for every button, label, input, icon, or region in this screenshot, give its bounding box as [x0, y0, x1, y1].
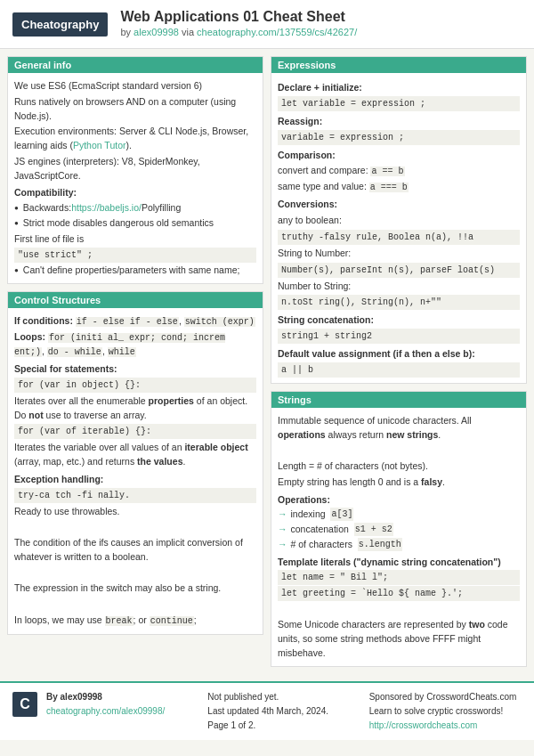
author-link[interactable]: alex09998 — [134, 27, 179, 37]
template-let-name: let name = " Bil l"; — [278, 570, 520, 585]
string-to-num-code: Number(s), parseInt n(s), parseF loat(s) — [278, 263, 520, 278]
footer-author-name: By alex09998 — [46, 692, 102, 702]
num-to-string-code: n.toSt ring(), String(n), n+"" — [278, 295, 520, 310]
template-literals-label: Template literals ("dynamic string conca… — [278, 556, 520, 570]
page-header: Cheatography Web Applications 01 Cheat S… — [0, 0, 534, 49]
general-line2: Runs natively on browsers AND on a compu… — [14, 95, 256, 124]
switch-desc: The expression in the switch may also be… — [14, 581, 256, 596]
footer-col-meta: Not published yet. Last updated 4th Marc… — [207, 690, 360, 733]
section-general-info: General info We use ES6 (EcmaScript stan… — [7, 56, 263, 284]
sheet-title: Web Applications 01 Cheat Sheet — [120, 9, 357, 25]
op-concat: concatenation s1 + s2 — [278, 523, 520, 537]
compare-convert: convert and compare: a == b — [278, 164, 520, 178]
section-expressions-header: Expressions — [271, 57, 526, 73]
main-content: General info We use ES6 (EcmaScript stan… — [0, 49, 534, 681]
sheet-subtitle: by alex09998 via cheatography.com/137559… — [120, 27, 357, 37]
throwables-desc: Ready to use throwables. — [14, 505, 256, 519]
for-of-code: for (var of iterable) {}: — [14, 424, 256, 439]
strings-desc1: Immutable sequence of unicode characters… — [278, 414, 520, 443]
section-control-body: If conditions: if - else if - else, swit… — [8, 308, 263, 634]
footer-page: Page 1 of 2. — [207, 720, 255, 730]
for-in-code: for (var in object) {}: — [14, 378, 256, 393]
loop-break-desc: In loops, we may use break; or continue; — [14, 614, 256, 628]
strings-length: Length = # of characters (not bytes). — [278, 459, 520, 474]
string-concat-label: String concatenation: — [278, 313, 520, 328]
loops-label: Loops: for (initi al_ expr; cond; increm… — [14, 330, 256, 359]
footer-published: Not published yet. — [207, 692, 279, 702]
first-line-label: First line of file is — [14, 232, 256, 247]
for-in-desc: Iterates over all the enumerable propert… — [14, 394, 256, 423]
right-column: Expressions Declare + initialize: let va… — [271, 56, 527, 674]
section-strings-body: Immutable sequence of unicode characters… — [271, 408, 526, 667]
default-val-label: Default value assignment (if a then a el… — [278, 347, 520, 362]
declare-label: Declare + initialize: — [278, 81, 520, 95]
compat-babel: Backwards: https://babeljs.io/ Polyfilli… — [14, 201, 256, 215]
if-conditions-label: If conditions: if - else if - else, swit… — [14, 314, 256, 329]
compare-same: same type and value: a === b — [278, 180, 520, 194]
num-to-string: Number to String: — [278, 280, 520, 294]
section-general-info-body: We use ES6 (EcmaScript standard version … — [8, 73, 263, 283]
page-footer: C By alex09998 cheatography.com/alex0999… — [0, 681, 534, 740]
try-catch-code: try-ca tch -fi nally. — [14, 488, 256, 503]
comparison-label: Comparison: — [278, 149, 520, 163]
footer-sponsor-link[interactable]: http://crosswordcheats.com — [369, 720, 478, 730]
strings-empty: Empty string has length 0 and is a falsy… — [278, 476, 520, 490]
general-line4: JS engines (interpreters): V8, SpiderMon… — [14, 155, 256, 183]
section-control-header: Control Structures — [8, 292, 263, 308]
section-general-info-header: General info — [8, 57, 263, 73]
compat-props: Can't define properties/parameters with … — [14, 264, 256, 278]
compat-strict: Strict mode disables dangerous old seman… — [14, 216, 256, 231]
default-val-code: a || b — [278, 362, 520, 378]
op-length: # of characters s.length — [278, 538, 520, 552]
string-to-num: String to Number: — [278, 247, 520, 261]
section-expressions-body: Declare + initialize: let variable = exp… — [271, 73, 526, 383]
section-control-structures: Control Structures If conditions: if - e… — [7, 291, 263, 635]
footer-updated: Last updated 4th March, 2024. — [207, 706, 328, 716]
header-title: Web Applications 01 Cheat Sheet by alex0… — [120, 9, 357, 39]
left-column: General info We use ES6 (EcmaScript stan… — [7, 56, 263, 674]
logo: Cheatography — [12, 12, 108, 37]
footer-author-link[interactable]: cheatography.com/alex09998/ — [46, 706, 165, 716]
footer-sponsor-desc: Learn to solve cryptic crosswords! — [369, 706, 504, 716]
reassign-code: variable = expression ; — [278, 130, 520, 145]
compatibility-label: Compatibility: — [14, 186, 256, 200]
section-strings-header: Strings — [271, 392, 526, 408]
if-condition-desc: The condition of the ifs causes an impli… — [14, 536, 256, 565]
any-to-bool: any to boolean: — [278, 214, 520, 228]
op-indexing: indexing a[3] — [278, 508, 520, 522]
operations-label: Operations: — [278, 493, 520, 508]
url-link[interactable]: cheatography.com/137559/cs/42627/ — [197, 27, 357, 37]
general-line3: Execution environments: Server & CLI Nod… — [14, 125, 256, 153]
for-of-desc: Iterates the variable over all values of… — [14, 441, 256, 469]
footer-col-sponsor: Sponsored by CrosswordCheats.com Learn t… — [369, 690, 522, 733]
section-expressions: Expressions Declare + initialize: let va… — [271, 56, 527, 384]
template-let-greeting: let greeting = `Hello ${ name }.'; — [278, 586, 520, 601]
footer-col-author: By alex09998 cheatography.com/alex09998/ — [46, 690, 198, 719]
declare-code: let variable = expression ; — [278, 96, 520, 111]
special-for-label: Special for statements: — [14, 362, 256, 377]
python-tutor-link[interactable]: Python Tutor — [73, 140, 126, 150]
any-to-bool-code: truthy -falsy rule, Boolea n(a), !!a — [278, 230, 520, 245]
general-line1: We use ES6 (EcmaScript standard version … — [14, 79, 256, 93]
string-concat-code: string1 + string2 — [278, 329, 520, 344]
conversions-label: Conversions: — [278, 198, 520, 212]
footer-sponsor-label: Sponsored by CrosswordCheats.com — [369, 692, 517, 702]
footer-logo: C — [12, 692, 37, 717]
unicode-note: Some Unicode characters are represented … — [278, 618, 520, 660]
reassign-label: Reassign: — [278, 115, 520, 129]
use-strict-code: "use strict" ; — [14, 248, 256, 263]
section-strings: Strings Immutable sequence of unicode ch… — [271, 391, 527, 668]
babel-link[interactable]: https://babeljs.io/ — [71, 201, 142, 215]
exception-label: Exception handling: — [14, 473, 256, 487]
